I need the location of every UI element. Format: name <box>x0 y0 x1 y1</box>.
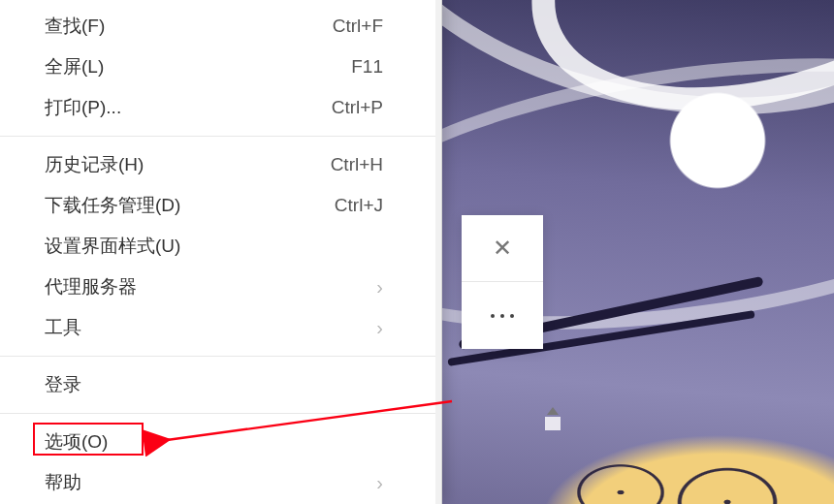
menu-item-history[interactable]: 历史记录(H) Ctrl+H <box>0 144 441 185</box>
menu-separator <box>0 136 441 137</box>
menu-item-label: 打印(P)... <box>45 95 332 120</box>
chevron-right-icon: › <box>376 276 383 299</box>
menu-scrollbar[interactable] <box>435 0 441 504</box>
floating-mini-panel: ✕ <box>462 215 543 349</box>
menu-item-label: 工具 <box>45 315 376 340</box>
menu-item-downloads[interactable]: 下载任务管理(D) Ctrl+J <box>0 185 441 226</box>
menu-item-shortcut: Ctrl+F <box>333 16 383 37</box>
menu-item-shortcut: F11 <box>351 56 383 78</box>
menu-separator <box>0 413 441 414</box>
menu-item-label: 全屏(L) <box>45 54 351 79</box>
menu-item-find[interactable]: 查找(F) Ctrl+F <box>0 6 441 47</box>
more-icon[interactable] <box>462 281 543 349</box>
menu-item-label: 查找(F) <box>45 14 333 39</box>
menu-item-tools[interactable]: 工具 › <box>0 307 441 348</box>
menu-item-login[interactable]: 登录 <box>0 364 441 405</box>
menu-item-proxy[interactable]: 代理服务器 › <box>0 267 441 307</box>
main-menu: 查找(F) Ctrl+F 全屏(L) F11 打印(P)... Ctrl+P 历… <box>0 0 442 504</box>
menu-item-print[interactable]: 打印(P)... Ctrl+P <box>0 87 441 128</box>
menu-item-help[interactable]: 帮助 › <box>0 462 441 503</box>
menu-item-label: 设置界面样式(U) <box>45 234 383 259</box>
menu-item-shortcut: Ctrl+P <box>332 97 383 118</box>
close-icon[interactable]: ✕ <box>462 215 543 281</box>
menu-item-shortcut: Ctrl+J <box>335 195 383 216</box>
menu-item-shortcut: Ctrl+H <box>331 154 383 175</box>
chevron-right-icon: › <box>376 472 383 494</box>
menu-item-label: 选项(O) <box>45 429 383 455</box>
menu-item-label: 帮助 <box>45 470 376 495</box>
menu-item-label: 登录 <box>45 372 383 397</box>
menu-item-label: 代理服务器 <box>45 274 376 299</box>
scrollbar-up[interactable] <box>543 407 562 430</box>
menu-item-ui-style[interactable]: 设置界面样式(U) <box>0 226 441 267</box>
menu-item-fullscreen[interactable]: 全屏(L) F11 <box>0 47 441 87</box>
menu-item-label: 历史记录(H) <box>45 152 331 177</box>
chevron-right-icon: › <box>376 317 383 339</box>
menu-separator <box>0 356 441 357</box>
chevron-up-icon <box>547 407 559 415</box>
menu-item-label: 下载任务管理(D) <box>45 193 335 218</box>
scrollbar-track <box>545 417 561 430</box>
menu-item-options[interactable]: 选项(O) <box>0 422 441 462</box>
